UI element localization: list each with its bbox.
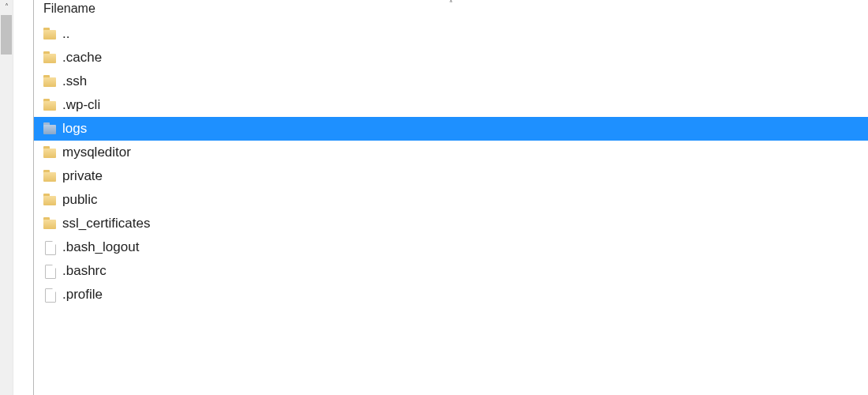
item-label: .wp-cli: [62, 97, 100, 113]
folder-icon: [43, 27, 58, 41]
item-label: .cache: [62, 50, 102, 66]
list-item[interactable]: .ssh: [34, 70, 868, 93]
sort-indicator-icon: ˄: [449, 0, 453, 8]
list-item[interactable]: .bashrc: [34, 259, 868, 283]
left-scrollbar[interactable]: ˄: [0, 0, 13, 395]
folder-icon: [43, 122, 58, 136]
list-item[interactable]: private: [34, 164, 868, 188]
list-item[interactable]: .profile: [34, 283, 868, 307]
folder-icon: [43, 145, 58, 160]
list-item[interactable]: public: [34, 188, 868, 212]
left-gutter: [13, 0, 33, 395]
item-label: .profile: [62, 287, 103, 303]
item-label: .ssh: [62, 73, 87, 89]
list-item[interactable]: mysqleditor: [34, 141, 868, 164]
list-item[interactable]: ..: [34, 22, 868, 46]
item-label: ..: [62, 26, 69, 42]
item-label: .bashrc: [62, 263, 107, 279]
column-header-row[interactable]: Filename ˄: [34, 0, 868, 19]
folder-icon: [43, 98, 58, 112]
column-header-filename[interactable]: Filename: [43, 2, 95, 15]
folder-icon: [43, 74, 58, 88]
file-panel: Filename ˄ ...cache.ssh.wp-clilogsmysqle…: [34, 0, 868, 395]
list-item[interactable]: .bash_logout: [34, 235, 868, 259]
scroll-up-button[interactable]: ˄: [0, 0, 13, 13]
list-item[interactable]: ssl_certificates: [34, 212, 868, 235]
item-label: private: [62, 168, 103, 184]
folder-icon: [43, 216, 58, 231]
list-item[interactable]: logs: [34, 117, 868, 141]
folder-icon: [43, 193, 58, 207]
file-icon: [43, 264, 58, 278]
item-label: ssl_certificates: [62, 216, 150, 231]
item-label: .bash_logout: [62, 239, 139, 255]
item-label: public: [62, 192, 97, 208]
file-icon: [43, 240, 58, 254]
scroll-thumb[interactable]: [1, 15, 12, 55]
folder-icon: [43, 51, 58, 65]
folder-icon: [43, 169, 58, 183]
file-icon: [43, 288, 58, 302]
list-item[interactable]: .cache: [34, 46, 868, 70]
item-label: logs: [62, 121, 87, 137]
list-item[interactable]: .wp-cli: [34, 93, 868, 117]
item-label: mysqleditor: [62, 145, 131, 160]
file-list: ...cache.ssh.wp-clilogsmysqleditorprivat…: [34, 19, 868, 307]
